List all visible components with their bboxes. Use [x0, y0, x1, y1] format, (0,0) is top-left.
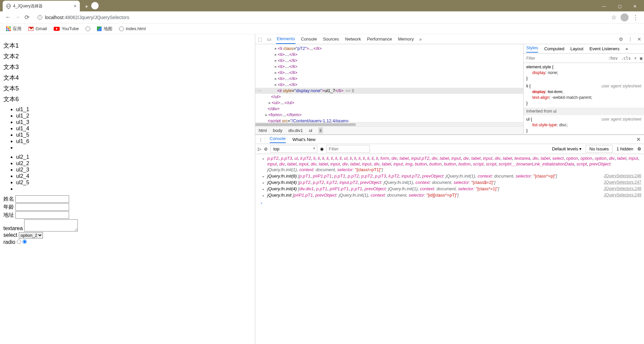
bookmark-maps[interactable]: 地图	[94, 24, 115, 33]
drawer-menu-icon[interactable]: ⋮	[259, 137, 263, 142]
console-log: ▸ jQuery.fn.init [p#P1.pT1, prevObject: …	[258, 192, 641, 198]
tab-performance[interactable]: Performance	[366, 35, 392, 44]
new-tab-button[interactable]: +	[82, 2, 91, 11]
tab-console[interactable]: Console	[300, 35, 318, 44]
devtools-panel: ⬚ ▭ Elements Console Sources Network Per…	[255, 34, 644, 344]
drawer-tab-whatsnew[interactable]: What's New	[292, 137, 316, 142]
breadcrumb-item[interactable]: ul	[309, 128, 312, 133]
device-toggle-icon[interactable]: ▭	[267, 37, 271, 42]
console-filter-input[interactable]	[326, 145, 370, 153]
radio-2[interactable]	[22, 239, 27, 244]
bookmark-youtube[interactable]: YouTube	[51, 25, 82, 32]
eye-icon[interactable]: ◉	[320, 146, 324, 151]
console-prompt[interactable]: ›	[258, 200, 641, 206]
profile-badge-icon[interactable]	[91, 2, 99, 9]
tab-memory[interactable]: Memory	[397, 35, 415, 44]
styles-filter-bar: :hov .cls + ▣	[524, 54, 644, 63]
breadcrumb-item[interactable]: body	[273, 128, 282, 133]
more-tabs-icon[interactable]: »	[419, 37, 422, 42]
form-row-select: select option_2	[3, 232, 252, 238]
clear-console-icon[interactable]: ⊘	[264, 146, 268, 151]
reload-button[interactable]: ⟳	[22, 13, 32, 22]
console-body[interactable]: ▸ p.pT2, p.pT3, ul, li.pT2, li, li, li, …	[255, 154, 644, 344]
input-textarea[interactable]	[24, 219, 78, 231]
drawer-close-icon[interactable]: ✕	[636, 136, 641, 143]
elements-hscrollbar[interactable]	[255, 122, 523, 126]
forward-button[interactable]: →	[13, 13, 22, 22]
window-controls: — ▢ ✕	[596, 1, 643, 11]
new-rule-icon[interactable]: +	[633, 56, 638, 61]
input-select[interactable]: option_2	[19, 232, 43, 238]
issues-button[interactable]: No Issues	[586, 145, 612, 153]
list-item	[16, 186, 252, 192]
styletab-listeners[interactable]: Event Listeners	[589, 46, 620, 51]
label-addr: 地址	[3, 212, 14, 218]
bookmark-label: 地图	[104, 26, 112, 32]
browser-tab[interactable]: 4_JQuery选择器 ×	[3, 1, 80, 11]
maximize-button[interactable]: ▢	[612, 1, 627, 11]
list-item: ul2_4	[16, 173, 252, 179]
devtools-close-icon[interactable]: ✕	[637, 37, 641, 42]
devtools-upper: ▸<li class="pT2">…</li> ▸<li>…</li> ▸<li…	[255, 44, 644, 135]
console-log: ▸ jQuery.fn.init(4) [div.div1, p.pT1, p#…	[258, 186, 641, 192]
context-selector[interactable]: top	[270, 145, 317, 153]
label-radio: radio	[3, 239, 15, 245]
tab-elements[interactable]: Elements	[276, 34, 296, 44]
close-window-button[interactable]: ✕	[627, 1, 643, 11]
bookmark-apps[interactable]: 应用	[3, 24, 24, 33]
list-item: ul1_4	[16, 126, 252, 132]
input-name[interactable]	[15, 195, 69, 203]
cls-button[interactable]: .cls	[620, 56, 633, 61]
styles-body[interactable]: element.style { display: none; } user ag…	[524, 63, 644, 134]
minimize-button[interactable]: —	[596, 1, 612, 11]
elements-tree[interactable]: ▸<li class="pT2">…</li> ▸<li>…</li> ▸<li…	[255, 44, 523, 122]
styletab-layout[interactable]: Layout	[570, 46, 583, 51]
form-row-name: 姓名	[3, 195, 252, 203]
settings-gear-icon[interactable]: ⚙	[619, 37, 623, 42]
chrome-menu-icon[interactable]: ⋮	[633, 14, 639, 21]
url-input[interactable]: i localhost:48062/Jquery/JQuerySelectors	[34, 13, 606, 22]
box-model-icon[interactable]: ▣	[638, 56, 644, 61]
address-bar: ← → ⟳ i localhost:48062/Jquery/JQuerySel…	[0, 11, 644, 23]
bookmark-label: index.html	[126, 26, 146, 31]
more-tabs-icon[interactable]: »	[626, 46, 628, 51]
tab-network[interactable]: Network	[344, 35, 362, 44]
form-row-textarea: textarea	[3, 219, 252, 231]
hidden-count: 1 hidden	[616, 146, 633, 151]
maps-icon	[97, 26, 102, 31]
profile-avatar-icon[interactable]	[621, 13, 629, 21]
tab-sources[interactable]: Sources	[322, 35, 340, 44]
bookmark-label: 应用	[13, 26, 21, 32]
styles-filter-input[interactable]	[524, 56, 606, 61]
hov-button[interactable]: :hov	[606, 56, 620, 61]
site-info-icon[interactable]: i	[38, 15, 42, 20]
styletab-computed[interactable]: Computed	[544, 46, 564, 51]
url-host: localhost	[45, 15, 63, 20]
console-settings-icon[interactable]: ⚙	[637, 146, 641, 151]
form-row-addr: 地址	[3, 211, 252, 219]
bookmark-index[interactable]: index.html	[116, 25, 148, 32]
main-area: 文本1 文本2 文本3 文本4 文本5 文本6 ul1_1 ul1_2 ul1_…	[0, 34, 644, 344]
input-addr[interactable]	[15, 211, 69, 219]
devtools-menu-icon[interactable]: ⋮	[628, 37, 633, 42]
gmail-icon	[28, 27, 34, 31]
back-button[interactable]: ←	[3, 13, 13, 22]
label-name: 姓名	[3, 196, 14, 202]
input-age[interactable]	[15, 203, 69, 211]
radio-1[interactable]	[17, 239, 21, 244]
levels-selector[interactable]: Default levels ▾	[552, 146, 582, 151]
bookmark-gmail[interactable]: Gmail	[25, 25, 50, 32]
url-port: :48062	[63, 15, 78, 20]
drawer-tab-console[interactable]: Console	[270, 136, 286, 143]
execute-icon[interactable]: ▷	[258, 146, 261, 151]
bookmark-star-icon[interactable]: ☆	[611, 14, 616, 21]
list-item: ul1_6	[16, 138, 252, 144]
styletab-styles[interactable]: Styles	[526, 45, 538, 53]
breadcrumb-item[interactable]: html	[259, 128, 267, 133]
breadcrumb-item[interactable]: li	[318, 127, 323, 134]
bookmark-blank[interactable]	[83, 25, 93, 32]
text-paragraph: 文本3	[3, 63, 252, 71]
breadcrumb-item[interactable]: div.div1	[288, 128, 303, 133]
inspect-icon[interactable]: ⬚	[258, 37, 262, 42]
tab-close-icon[interactable]: ×	[74, 3, 76, 9]
